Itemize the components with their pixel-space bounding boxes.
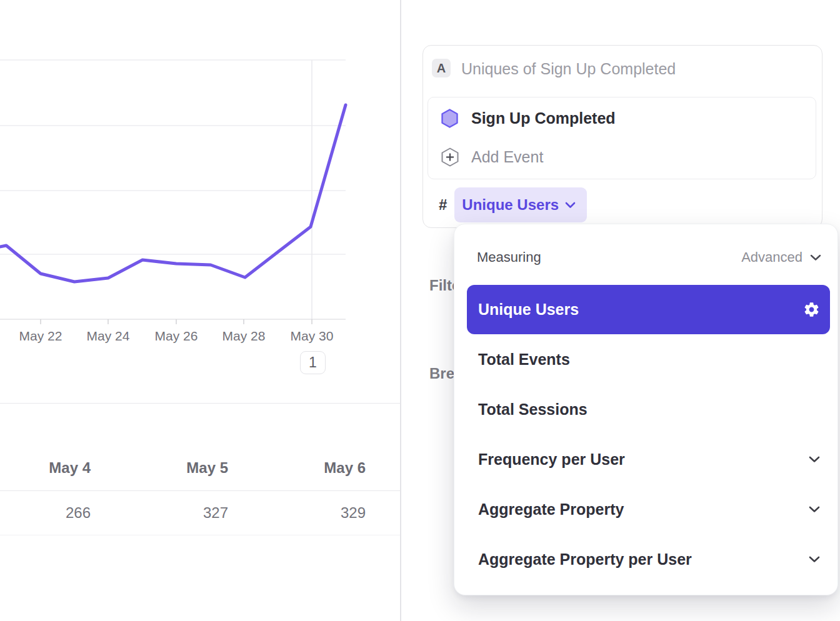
measuring-dropdown-header: Measuring Advanced: [477, 249, 821, 266]
table-value-row: 266327329: [0, 491, 400, 535]
measure-value: Unique Users: [462, 196, 559, 214]
measure-row: # Unique Users: [439, 187, 587, 222]
x-axis-tick-label: May 24: [87, 329, 130, 343]
event-row[interactable]: Sign Up Completed: [428, 102, 816, 134]
event-hexagon-icon: [428, 109, 471, 128]
table-cell-value: 327: [91, 504, 228, 522]
query-builder-panel: A Uniques of Sign Up Completed Sign Up C…: [401, 0, 840, 621]
menu-item-frequency-per-user[interactable]: Frequency per User: [467, 434, 830, 484]
menu-item-label: Unique Users: [478, 301, 803, 319]
x-axis-tick-label: May 30: [291, 329, 334, 343]
chart-panel: May 22May 24May 26May 28May 30 1 May 4Ma…: [0, 0, 400, 621]
measuring-options-list: Unique UsersTotal EventsTotal SessionsFr…: [467, 285, 830, 584]
menu-item-total-events[interactable]: Total Events: [467, 334, 830, 384]
menu-item-label: Total Events: [478, 350, 820, 369]
chevron-down-icon: [809, 556, 820, 563]
gear-icon[interactable]: [803, 301, 820, 318]
add-event-button[interactable]: Add Event: [428, 141, 816, 172]
menu-item-label: Aggregate Property per User: [478, 550, 809, 569]
menu-item-unique-users[interactable]: Unique Users: [467, 285, 830, 334]
advanced-mode-value: Advanced: [741, 249, 802, 266]
line-chart: May 22May 24May 26May 28May 30: [0, 0, 400, 387]
menu-item-label: Total Sessions: [478, 400, 820, 419]
table-cell-value: 266: [0, 504, 91, 522]
chevron-down-icon: [809, 456, 820, 463]
analytics-app: May 22May 24May 26May 28May 30 1 May 4Ma…: [0, 0, 840, 621]
table-column-header: May 4: [0, 459, 91, 477]
measuring-dropdown-menu: Measuring Advanced Unique UsersTotal Eve…: [454, 224, 838, 595]
measuring-label: Measuring: [477, 249, 541, 266]
table-column-header: May 6: [228, 459, 366, 477]
menu-item-label: Aggregate Property: [478, 500, 809, 519]
x-axis-tick-label: May 28: [222, 329, 266, 343]
table-cell-value: 329: [228, 504, 366, 522]
chevron-down-icon: [809, 506, 820, 513]
chevron-down-icon: [565, 202, 576, 209]
series-line: [0, 105, 346, 282]
add-event-label: Add Event: [471, 148, 543, 166]
measure-hash-icon: #: [439, 196, 447, 214]
metric-title: Uniques of Sign Up Completed: [461, 60, 676, 78]
chevron-down-icon: [810, 254, 821, 261]
advanced-mode-toggle[interactable]: Advanced: [741, 249, 821, 266]
events-card: Sign Up Completed Add Event: [428, 97, 816, 179]
x-axis-tick-label: May 26: [155, 329, 198, 343]
menu-item-aggregate-property-per-user[interactable]: Aggregate Property per User: [467, 534, 830, 584]
menu-item-label: Frequency per User: [478, 450, 809, 469]
event-name: Sign Up Completed: [471, 109, 616, 127]
table-column-header: May 5: [91, 459, 228, 477]
measure-dropdown-button[interactable]: Unique Users: [454, 187, 587, 222]
menu-item-total-sessions[interactable]: Total Sessions: [467, 384, 830, 434]
add-event-icon: [428, 147, 471, 167]
pagination-badge[interactable]: 1: [300, 351, 326, 374]
table-header-row: May 4May 5May 6: [0, 403, 400, 491]
x-axis-tick-label: May 22: [19, 329, 62, 343]
metric-card: A Uniques of Sign Up Completed Sign Up C…: [422, 45, 822, 228]
menu-item-aggregate-property[interactable]: Aggregate Property: [467, 484, 830, 534]
series-badge: A: [432, 59, 451, 77]
summary-table: May 4May 5May 6 266327329: [0, 403, 400, 535]
